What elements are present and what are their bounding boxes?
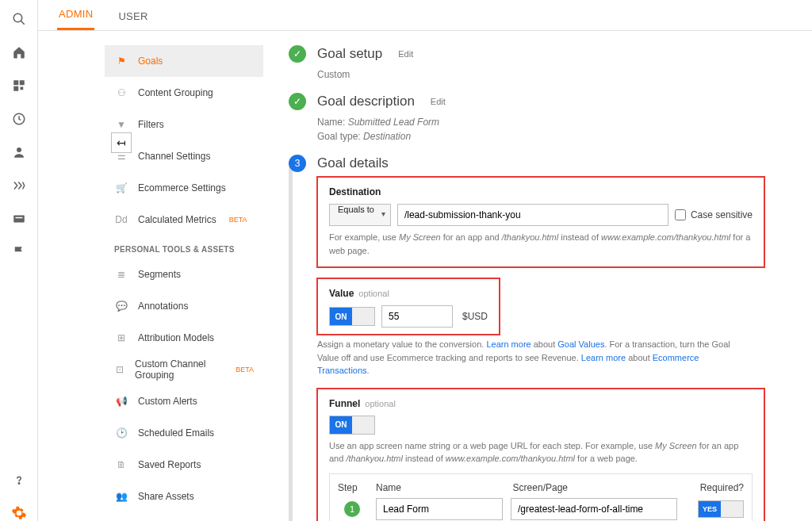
svg-rect-3 [19,80,24,85]
col-step: Step [338,482,376,493]
sidebar-item-custom-alerts[interactable]: 📢Custom Alerts [105,385,263,417]
sidebar-item-attribution[interactable]: ⊞Attribution Models [105,322,263,354]
alerts-icon: 📢 [114,396,128,407]
person-icon[interactable] [11,144,27,160]
learn-more-link[interactable]: Learn more [486,339,530,349]
funnel-step-row: 1 YES [338,498,744,520]
sidebar-item-segments[interactable]: ≣Segments [105,259,263,290]
sidebar-item-label: Attribution Models [138,332,214,343]
check-icon: ✓ [289,93,306,110]
annotations-icon: 💬 [114,301,128,312]
funnel-section: Funneloptional ON Use an app screen name… [317,389,764,522]
case-sensitive-checkbox[interactable]: Case sensitive [675,209,753,220]
sidebar-item-scheduled-emails[interactable]: 🕑Scheduled Emails [105,417,263,449]
svg-line-1 [21,21,25,25]
funnel-toggle[interactable]: ON [329,416,375,435]
conversions-icon[interactable] [11,211,27,227]
sidebar-item-share-assets[interactable]: 👥Share Assets [105,481,263,512]
step-number-badge: 1 [344,501,360,517]
svg-point-10 [18,483,20,485]
section-heading: Funnel [329,398,360,409]
collapse-panel-button[interactable]: ↤ [111,132,132,153]
reports-icon: 🗎 [114,459,128,470]
discover-icon[interactable] [11,472,27,488]
destination-help: For example, use My Screen for an app an… [329,231,753,257]
sidebar-item-label: Calculated Metrics [138,214,216,225]
svg-rect-8 [13,216,25,223]
funnel-steps-table: Step Name Screen/Page Required? 1 YES + … [329,473,753,522]
value-amount-input[interactable] [381,305,453,328]
sidebar-item-label: Share Assets [138,491,194,502]
sidebar-item-label: Custom Channel Grouping [135,358,223,381]
step-title: Goal setup [317,46,382,62]
view-settings-panel: ⚑Goals ⚇Content Grouping ▼Filters ☰Chann… [105,45,263,521]
svg-point-7 [17,147,21,152]
edit-link[interactable]: Edit [398,49,413,59]
value-section: Valueoptional ON $USD [317,278,500,335]
destination-input[interactable] [397,204,668,226]
sidebar-item-label: Saved Reports [138,459,201,470]
search-icon[interactable] [11,11,27,27]
required-toggle[interactable]: YES [698,500,744,518]
sidebar-heading-personal: PERSONAL TOOLS & ASSETS [105,236,263,259]
sidebar-item-calculated-metrics[interactable]: DdCalculated MetricsBETA [105,204,263,236]
step-goal-details: 3 Goal details [289,155,764,172]
sidebar-item-ecommerce[interactable]: 🛒Ecommerce Settings [105,172,263,204]
currency-label: $USD [462,311,488,322]
sidebar-item-label: Goals [138,56,163,67]
section-heading: Destination [329,186,381,197]
svg-rect-5 [20,87,23,90]
step-page-input[interactable] [511,498,677,520]
top-tabs: ADMIN USER [38,0,812,31]
sidebar-item-content-grouping[interactable]: ⚇Content Grouping [105,77,263,109]
beta-badge: BETA [229,216,247,224]
sidebar-item-label: Filters [138,119,164,130]
step-title: Goal details [317,155,389,171]
check-icon: ✓ [289,45,306,63]
admin-gear-icon[interactable] [11,505,27,521]
edit-link[interactable]: Edit [431,97,446,106]
sidebar-item-label: Content Grouping [138,87,213,98]
beta-badge: BETA [236,366,254,374]
destination-section: Destination Equals to Case sensitive For… [317,177,764,267]
sidebar-item-saved-reports[interactable]: 🗎Saved Reports [105,449,263,481]
sidebar-item-label: Custom Alerts [138,396,197,407]
step-number-badge: 3 [289,155,306,172]
svg-rect-9 [15,217,22,219]
step-goal-setup: ✓ Goal setup Edit [289,45,764,63]
step-subtitle: Custom [317,67,764,82]
sidebar-item-label: Annotations [138,301,188,312]
behavior-icon[interactable] [11,178,27,193]
sidebar-item-custom-channel-grouping[interactable]: ⊡Custom Channel GroupingBETA [105,354,263,385]
home-icon[interactable] [11,44,27,60]
share-icon: 👥 [114,491,128,502]
left-rail [0,0,38,521]
sidebar-item-label: Scheduled Emails [138,427,214,439]
cart-icon: 🛒 [114,182,128,193]
match-type-dropdown[interactable]: Equals to [329,204,391,226]
step-title: Goal description [317,94,415,109]
sidebar-item-label: Ecommerce Settings [138,182,226,193]
flag-icon[interactable] [11,244,27,260]
tab-admin[interactable]: ADMIN [57,0,94,30]
value-toggle[interactable]: ON [329,307,375,326]
goal-values-link[interactable]: Goal Values [557,339,604,349]
sidebar-item-label: Channel Settings [138,151,210,162]
attribution-icon: ⊞ [114,332,128,343]
funnel-help: Use an app screen name string or a web p… [329,439,753,465]
sidebar-item-goals[interactable]: ⚑Goals [105,45,263,77]
sidebar-item-label: Segments [138,269,181,280]
step-goal-description: ✓ Goal description Edit [289,93,764,110]
learn-more-link[interactable]: Learn more [581,353,626,362]
metrics-icon: Dd [114,214,128,225]
dashboard-icon[interactable] [11,78,27,94]
step-name-input[interactable] [376,498,503,520]
col-required: Required? [680,482,744,493]
section-heading: Value [329,288,354,299]
grouping-icon: ⚇ [114,87,128,98]
clock-icon[interactable] [11,111,27,127]
segments-icon: ≣ [114,269,128,280]
tab-user[interactable]: USER [117,2,149,30]
sidebar-item-annotations[interactable]: 💬Annotations [105,290,263,322]
svg-rect-4 [13,86,18,91]
